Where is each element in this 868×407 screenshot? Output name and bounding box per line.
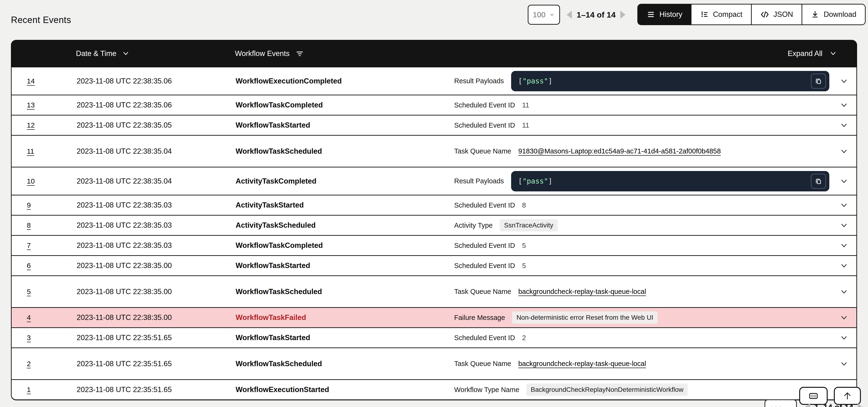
chevron-down-icon[interactable] [832,76,856,86]
pagination-bottom: 1–14 of 14 [805,403,863,407]
table-row[interactable]: 1 2023-11-08 UTC 22:35:51.65 WorkflowExe… [12,379,856,399]
tab-history[interactable]: History [638,4,691,25]
event-timestamp: 2023-11-08 UTC 22:38:35.00 [76,313,236,322]
table-row[interactable]: 3 2023-11-08 UTC 22:35:51.65 WorkflowTas… [12,327,856,347]
detail-link[interactable]: backgroundcheck-replay-task-queue-local [518,360,646,368]
event-timestamp: 2023-11-08 UTC 22:38:35.03 [76,201,236,210]
detail-label: Task Queue Name [454,288,511,295]
event-id-link[interactable]: 4 [27,314,31,321]
event-detail: Workflow Type Name BackgroundCheckReplay… [454,383,832,396]
detail-link[interactable]: 91830@Masons-Laptop:ed1c54a9-ac71-41d4-a… [518,147,721,155]
arrow-up-icon [842,391,852,401]
scroll-to-top-button[interactable] [834,387,861,405]
table-row[interactable]: 11 2023-11-08 UTC 22:38:35.04 WorkflowTa… [12,135,856,167]
event-type: ActivityTaskStarted [236,201,454,210]
table-row[interactable]: 2 2023-11-08 UTC 22:35:51.65 WorkflowTas… [12,347,856,379]
event-id-link[interactable]: 2 [27,360,31,368]
event-id-link[interactable]: 14 [27,77,35,85]
event-id-link[interactable]: 3 [27,334,31,342]
pagination: 1–14 of 14 [567,5,625,25]
detail-label: Scheduled Event ID [454,101,515,109]
pagination-range: 1–14 of 14 [814,403,853,407]
chevron-down-icon[interactable] [832,333,856,342]
event-detail: Activity Type SsnTraceActivity [454,219,832,231]
list-tree-icon [700,10,709,19]
event-id-link[interactable]: 11 [27,147,34,155]
detail-badge: SsnTraceActivity [500,219,557,231]
copy-icon[interactable] [811,174,826,189]
table-row[interactable]: 6 2023-11-08 UTC 22:38:35.00 WorkflowTas… [12,255,856,275]
event-timestamp: 2023-11-08 UTC 22:38:35.00 [76,261,236,270]
table-row[interactable]: 7 2023-11-08 UTC 22:38:35.03 WorkflowTas… [12,235,856,255]
download-icon [811,10,819,19]
table-row[interactable]: 9 2023-11-08 UTC 22:38:35.03 ActivityTas… [12,195,856,215]
next-page-icon[interactable] [620,11,625,19]
table-row[interactable]: 14 2023-11-08 UTC 22:38:35.06 WorkflowEx… [12,67,856,95]
event-type: WorkflowTaskStarted [236,334,454,342]
detail-label: Activity Type [454,222,493,229]
event-id-link[interactable]: 10 [27,177,35,185]
detail-link[interactable]: backgroundcheck-replay-task-queue-local [518,288,646,295]
chevron-down-icon[interactable] [832,201,856,210]
event-detail: Result Payloads ["pass"] [454,71,832,91]
detail-label: Task Queue Name [454,360,511,368]
per-page-select-bottom[interactable]: 100 [765,399,797,407]
chevron-down-icon[interactable] [832,100,856,109]
previous-page-icon[interactable] [567,11,572,19]
table-row[interactable]: 13 2023-11-08 UTC 22:38:35.06 WorkflowTa… [12,95,856,115]
event-type: WorkflowExecutionCompleted [236,77,454,85]
event-id-link[interactable]: 6 [27,261,31,270]
chevron-down-icon[interactable] [832,121,856,130]
previous-page-icon[interactable] [805,403,810,407]
chevron-down-icon[interactable] [832,359,856,368]
tab-json[interactable]: JSON [751,4,802,25]
event-id-link[interactable]: 8 [27,221,31,229]
column-date-time[interactable]: Date & Time [76,49,235,58]
chevron-down-icon[interactable] [832,177,856,186]
tab-compact[interactable]: Compact [691,4,751,25]
chevron-down-icon[interactable] [832,287,856,296]
detail-value: 5 [522,242,526,250]
chevron-down-icon[interactable] [832,147,856,156]
table-row[interactable]: 10 2023-11-08 UTC 22:38:35.04 ActivityTa… [12,167,856,195]
detail-label: Workflow Type Name [454,386,520,394]
detail-label: Scheduled Event ID [454,334,515,342]
keyboard-shortcuts-button[interactable] [799,387,828,405]
column-workflow-events[interactable]: Workflow Events [235,49,304,58]
chevron-down-icon[interactable] [832,261,856,270]
table-row[interactable]: 12 2023-11-08 UTC 22:38:35.05 WorkflowTa… [12,115,856,135]
event-timestamp: 2023-11-08 UTC 22:38:35.04 [76,177,236,185]
event-type: WorkflowTaskStarted [236,121,454,129]
chevron-down-icon[interactable] [832,241,856,250]
chevron-down-icon[interactable] [832,221,856,230]
pagination-range: 1–14 of 14 [577,10,616,20]
payload-pill: ["pass"] [511,71,829,91]
event-id-link[interactable]: 13 [27,101,35,109]
download-button[interactable]: Download [802,4,865,25]
event-timestamp: 2023-11-08 UTC 22:35:51.65 [76,334,236,342]
table-row[interactable]: 8 2023-11-08 UTC 22:38:35.03 ActivityTas… [12,215,856,235]
detail-badge: BackgroundCheckReplayNonDeterministicWor… [527,383,688,396]
event-type: WorkflowTaskScheduled [236,147,454,156]
chevron-down-icon[interactable] [832,313,856,322]
event-id-link[interactable]: 7 [27,242,31,249]
table-row[interactable]: 5 2023-11-08 UTC 22:38:35.00 WorkflowTas… [12,275,856,307]
next-page-icon[interactable] [858,403,863,407]
expand-all-button[interactable]: Expand All [788,49,837,58]
event-detail: Failure Message Non-deterministic error … [454,311,832,324]
detail-value: 11 [522,121,529,129]
per-page-select[interactable]: 100 [528,5,560,25]
event-detail: Scheduled Event ID 5 [454,262,832,270]
detail-label: Scheduled Event ID [454,242,515,250]
event-id-link[interactable]: 9 [27,201,31,209]
event-detail: Task Queue Name 91830@Masons-Laptop:ed1c… [454,147,832,155]
event-detail: Scheduled Event ID 11 [454,101,832,109]
event-id-link[interactable]: 5 [27,288,31,295]
code-icon [760,10,769,19]
event-id-link[interactable]: 1 [27,386,31,394]
copy-icon[interactable] [811,73,826,89]
hamburger-icon [647,10,655,19]
event-id-link[interactable]: 12 [27,121,35,129]
event-type: WorkflowTaskFailed [236,313,454,322]
table-row[interactable]: 4 2023-11-08 UTC 22:38:35.00 WorkflowTas… [12,307,856,327]
